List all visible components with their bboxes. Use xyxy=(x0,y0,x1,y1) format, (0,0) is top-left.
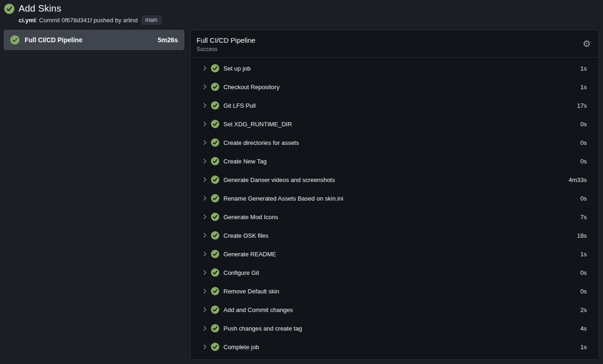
chevron-right-icon[interactable] xyxy=(201,269,209,276)
chevron-right-icon[interactable] xyxy=(201,306,209,313)
step-row[interactable]: Add and Commit changes 2s xyxy=(190,300,599,319)
step-label: Create New Tag xyxy=(223,158,267,165)
chevron-right-icon[interactable] xyxy=(201,325,209,332)
chevron-right-icon[interactable] xyxy=(201,157,209,165)
chevron-right-icon[interactable] xyxy=(201,287,209,295)
check-circle-icon xyxy=(211,287,219,295)
step-row[interactable]: Generate Mod Icons 7s xyxy=(190,208,599,226)
step-duration: 0s xyxy=(580,195,587,202)
workflow-file-name: ci.yml xyxy=(19,17,36,24)
step-row[interactable]: Push changes and create tag 4s xyxy=(190,319,599,338)
check-circle-icon xyxy=(211,83,219,91)
job-status-text: Success xyxy=(197,46,591,52)
step-label: Generate README xyxy=(223,251,276,258)
step-duration: 0s xyxy=(580,139,587,146)
check-circle-icon xyxy=(211,138,219,147)
check-circle-icon xyxy=(211,213,219,221)
step-label: Push changes and create tag xyxy=(223,325,302,332)
step-duration: 18s xyxy=(577,232,587,239)
step-duration: 0s xyxy=(580,269,587,276)
steps-list: Set up job 1s Checkout Repository 1s xyxy=(190,58,599,356)
step-row[interactable]: Configure Git 0s xyxy=(190,263,599,282)
step-duration: 4m33s xyxy=(569,176,587,183)
step-row[interactable]: Generate Danser videos and screenshots 4… xyxy=(190,170,599,189)
chevron-right-icon[interactable] xyxy=(201,250,209,258)
step-duration: 1s xyxy=(580,84,587,91)
check-circle-icon xyxy=(211,101,219,110)
job-detail-title: Full CI/CD Pipeline xyxy=(197,36,591,44)
check-circle-icon xyxy=(211,268,219,277)
branch-badge[interactable]: main xyxy=(141,15,162,25)
step-row[interactable]: Create OSK files 18s xyxy=(190,226,599,245)
check-circle-icon xyxy=(4,4,14,14)
chevron-right-icon[interactable] xyxy=(201,195,209,202)
step-duration: 1s xyxy=(580,251,587,258)
check-circle-icon xyxy=(211,231,219,240)
step-label: Generate Mod Icons xyxy=(223,214,278,221)
step-row[interactable]: Create New Tag 0s xyxy=(190,152,599,170)
commit-text: : Commit 0f678d341f pushed by arlind xyxy=(36,17,138,24)
step-label: Create OSK files xyxy=(223,232,269,239)
step-duration: 1s xyxy=(580,344,587,351)
step-label: Remove Default skin xyxy=(223,288,279,295)
step-row[interactable]: Complete job 1s xyxy=(190,338,599,356)
step-row[interactable]: Git LFS Pull 17s xyxy=(190,96,599,115)
check-circle-icon xyxy=(211,157,219,165)
step-label: Rename Generated Assets Based on skin.in… xyxy=(223,195,343,202)
step-duration: 17s xyxy=(577,102,587,109)
job-detail-panel: Full CI/CD Pipeline Success ⚙ Set up job… xyxy=(190,30,599,360)
gear-icon[interactable]: ⚙ xyxy=(583,39,591,48)
check-circle-icon xyxy=(211,250,219,258)
job-duration: 5m26s xyxy=(157,36,178,44)
step-duration: 1s xyxy=(580,65,587,72)
run-title: Add Skins xyxy=(19,3,61,14)
step-label: Checkout Repository xyxy=(223,84,280,91)
step-row[interactable]: Set up job 1s xyxy=(190,59,599,78)
chevron-right-icon[interactable] xyxy=(201,343,209,351)
chevron-right-icon[interactable] xyxy=(201,83,209,91)
step-duration: 0s xyxy=(580,121,587,128)
step-row[interactable]: Create directories for assets 0s xyxy=(190,133,599,152)
step-label: Set up job xyxy=(223,65,251,72)
job-detail-header: Full CI/CD Pipeline Success ⚙ xyxy=(190,30,599,58)
content-area: Full CI/CD Pipeline 5m26s Full CI/CD Pip… xyxy=(0,30,603,360)
check-circle-icon xyxy=(211,64,219,72)
step-duration: 0s xyxy=(580,158,587,165)
step-row[interactable]: Generate README 1s xyxy=(190,245,599,263)
jobs-sidebar: Full CI/CD Pipeline 5m26s xyxy=(4,30,184,50)
sidebar-job-item[interactable]: Full CI/CD Pipeline 5m26s xyxy=(4,30,184,50)
chevron-right-icon[interactable] xyxy=(201,213,209,221)
chevron-right-icon[interactable] xyxy=(201,102,209,109)
run-header: Add Skins ci.yml: Commit 0f678d341f push… xyxy=(0,0,603,30)
step-duration: 7s xyxy=(580,214,587,221)
step-row[interactable]: Checkout Repository 1s xyxy=(190,78,599,96)
step-duration: 2s xyxy=(580,306,587,313)
step-label: Add and Commit changes xyxy=(223,306,293,313)
check-circle-icon xyxy=(211,120,219,128)
step-label: Configure Git xyxy=(223,269,259,276)
step-row[interactable]: Remove Default skin 0s xyxy=(190,282,599,300)
chevron-right-icon[interactable] xyxy=(201,232,209,239)
check-circle-icon xyxy=(211,306,219,314)
step-label: Complete job xyxy=(223,344,259,351)
job-name: Full CI/CD Pipeline xyxy=(25,36,82,44)
check-circle-icon xyxy=(10,35,20,45)
check-circle-icon xyxy=(211,176,219,184)
step-row[interactable]: Set XDG_RUNTIME_DIR 0s xyxy=(190,115,599,133)
step-duration: 0s xyxy=(580,288,587,295)
chevron-right-icon[interactable] xyxy=(201,176,209,183)
step-label: Create directories for assets xyxy=(223,139,299,146)
chevron-right-icon[interactable] xyxy=(201,120,209,128)
chevron-right-icon[interactable] xyxy=(201,65,209,72)
step-label: Git LFS Pull xyxy=(223,102,256,109)
step-duration: 4s xyxy=(580,325,587,332)
check-circle-icon xyxy=(211,194,219,202)
run-subtitle: ci.yml: Commit 0f678d341f pushed by arli… xyxy=(19,15,598,25)
step-row[interactable]: Rename Generated Assets Based on skin.in… xyxy=(190,189,599,208)
check-circle-icon xyxy=(211,324,219,332)
step-label: Set XDG_RUNTIME_DIR xyxy=(223,121,292,128)
chevron-right-icon[interactable] xyxy=(201,139,209,146)
check-circle-icon xyxy=(211,343,219,351)
step-label: Generate Danser videos and screenshots xyxy=(223,176,335,183)
